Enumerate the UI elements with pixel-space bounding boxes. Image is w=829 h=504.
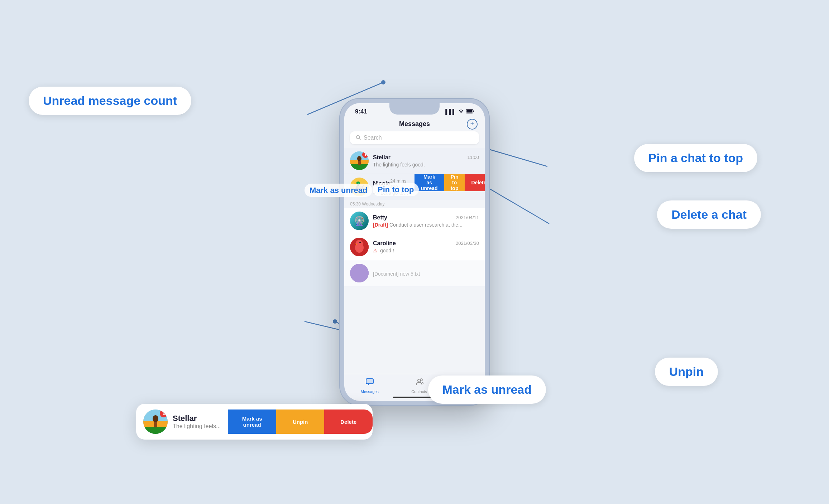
status-icons: ▌▌▌: [445, 109, 474, 115]
popup-badge: 1: [160, 410, 168, 417]
phone-frame: 9:41 ▌▌▌: [339, 98, 490, 406]
popup-name: Stellar: [173, 414, 221, 423]
messages-nav-label: Messages: [361, 389, 379, 394]
chat-item-betty[interactable]: 🎡 Betty 2021/04/11 [Draft] Conduct a use…: [344, 208, 485, 234]
svg-rect-18: [358, 161, 361, 165]
chat-preview-caroline: ⚠ good！: [373, 248, 479, 254]
search-placeholder: Search: [364, 135, 382, 141]
svg-rect-34: [154, 422, 157, 427]
popup-delete-button[interactable]: Delete: [324, 410, 373, 434]
chat-time-stellar: 11:00: [467, 155, 479, 160]
signal-icon: ▌▌▌: [445, 109, 456, 115]
swipe-actions-nicole: Mark as unread Pin to top Delete: [414, 174, 485, 191]
chat-name-stellar: Stellar: [373, 154, 390, 161]
avatar-betty: 🎡: [350, 212, 369, 230]
chat-info-stellar: Stellar 11:00 The lighting feels good.: [373, 154, 479, 168]
popup-actions: Mark as unread Unpin Delete: [228, 410, 373, 434]
draft-label: [Draft]: [373, 222, 388, 228]
callout-pin-text: Pin a chat to top: [648, 151, 743, 165]
stellar-popup: 1 Stellar The lighting feels... Mark as …: [136, 404, 373, 440]
avatar-caroline: [350, 238, 369, 256]
popup-mark-unread-button[interactable]: Mark as unread: [228, 410, 276, 434]
callout-delete: Delete a chat: [657, 200, 761, 229]
nav-contacts[interactable]: Contacts: [411, 378, 427, 394]
contacts-nav-label: Contacts: [411, 389, 427, 394]
popup-text: Stellar The lighting feels...: [173, 414, 221, 430]
chat-info-betty: Betty 2021/04/11 [Draft] Conduct a user …: [373, 214, 479, 228]
error-icon: ⚠: [373, 248, 378, 253]
popup-preview: The lighting feels...: [173, 423, 221, 430]
chat-item-stellar[interactable]: 1 Stellar 11:00 The lighting feels good.: [344, 148, 485, 174]
label-mark-unread-top: Mark as unread: [305, 186, 372, 195]
callout-mark-unread-bottom: Mark as unread: [428, 375, 546, 404]
chat-info-extra: [Document] new 5.txt: [373, 270, 479, 277]
chat-name-caroline: Caroline: [373, 240, 396, 247]
svg-point-17: [357, 156, 361, 161]
popup-unpin-button[interactable]: Unpin: [276, 410, 325, 434]
svg-point-33: [153, 415, 158, 422]
notch: [389, 103, 440, 115]
svg-rect-26: [366, 379, 373, 384]
svg-point-23: [359, 242, 361, 243]
status-time: 9:41: [355, 108, 367, 115]
chat-time-caroline: 2021/03/30: [456, 241, 479, 246]
search-bar[interactable]: Search: [350, 131, 479, 144]
search-icon: [356, 135, 361, 141]
messages-title: Messages: [399, 120, 430, 128]
battery-icon: [466, 109, 474, 115]
messages-header: Messages +: [344, 118, 485, 131]
chat-preview-stellar: The lighting feels good.: [373, 162, 479, 168]
delete-button[interactable]: Delete: [465, 174, 485, 191]
avatar-stellar: 1: [350, 151, 369, 170]
callout-mark-unread-bottom-text: Mark as unread: [442, 383, 532, 397]
svg-rect-24: [350, 264, 369, 282]
date-separator: 05:30 Wednesday: [344, 200, 485, 208]
svg-line-13: [359, 138, 361, 140]
callout-unread-count-text: Unread message count: [43, 94, 177, 108]
messages-nav-icon: [365, 378, 374, 388]
callout-delete-text: Delete a chat: [671, 208, 747, 222]
chat-name-betty: Betty: [373, 214, 387, 221]
callout-unpin: Unpin: [655, 358, 718, 386]
compose-button[interactable]: +: [467, 119, 478, 130]
svg-point-1: [381, 80, 385, 84]
svg-point-7: [333, 319, 337, 324]
unread-badge-stellar: 1: [362, 151, 369, 158]
chat-time-betty: 2021/04/11: [456, 215, 479, 220]
home-indicator: [393, 397, 436, 398]
chat-list: 1 Stellar 11:00 The lighting feels good.…: [344, 148, 485, 286]
compose-icon: +: [470, 120, 474, 128]
phone-screen: 9:41 ▌▌▌: [344, 103, 485, 401]
wifi-icon: [458, 109, 464, 115]
callout-unpin-text: Unpin: [669, 365, 704, 379]
chat-item-caroline[interactable]: Caroline 2021/03/30 ⚠ good！: [344, 234, 485, 260]
avatar-extra: [350, 264, 369, 282]
pin-button[interactable]: Pin to top: [444, 174, 465, 191]
contacts-nav-icon: [415, 378, 423, 388]
chat-preview-extra: [Document] new 5.txt: [373, 271, 479, 277]
chat-preview-betty: [Draft] Conduct a user research at the..…: [373, 222, 479, 228]
svg-rect-10: [473, 111, 474, 112]
svg-rect-11: [467, 110, 472, 113]
label-pin-top: Pin to top: [373, 185, 419, 194]
chat-item-extra[interactable]: [Document] new 5.txt: [344, 260, 485, 286]
chat-info-caroline: Caroline 2021/03/30 ⚠ good！: [373, 240, 479, 254]
callout-unread-count: Unread message count: [29, 87, 191, 115]
popup-info: 1 Stellar The lighting feels...: [136, 410, 228, 434]
popup-avatar: 1: [143, 410, 168, 434]
nav-messages[interactable]: Messages: [361, 378, 379, 394]
svg-point-21: [356, 240, 363, 247]
callout-pin: Pin a chat to top: [634, 144, 757, 172]
